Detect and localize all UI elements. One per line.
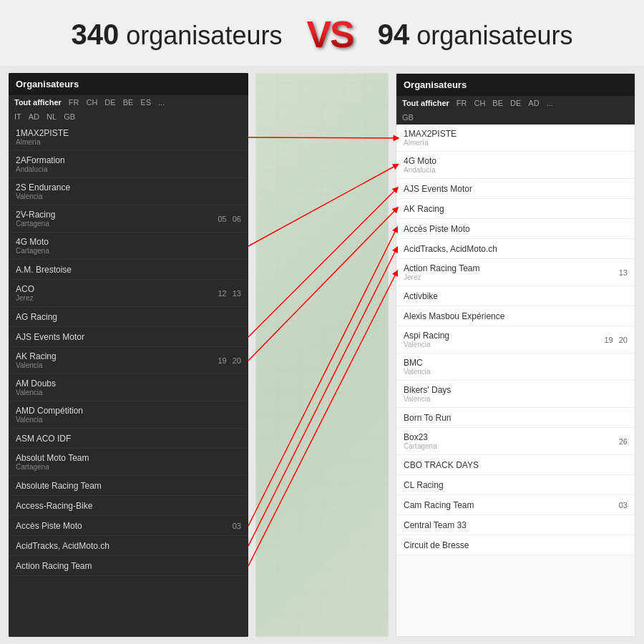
- left-filter-es[interactable]: ES: [140, 98, 151, 107]
- left-list-item[interactable]: Accès Piste Moto03: [9, 516, 248, 536]
- left-list-item[interactable]: 1MAX2PISTEAlmería: [9, 124, 248, 151]
- left-list-item[interactable]: AMD CompétitionValencia: [9, 401, 248, 429]
- left-item-name-0: 1MAX2PISTEAlmería: [16, 128, 241, 146]
- right-list-item[interactable]: AK Racing: [396, 199, 635, 219]
- right-item-name-7: Activbike: [404, 291, 628, 301]
- right-list-item[interactable]: Activbike: [396, 286, 635, 306]
- right-list-item[interactable]: Box23Cartagena26: [396, 428, 635, 455]
- left-filter-fr[interactable]: FR: [69, 98, 79, 107]
- right-filter-...[interactable]: ...: [547, 99, 553, 107]
- left-list-item[interactable]: 4G MotoCartagena: [9, 233, 248, 260]
- left-list-item[interactable]: AJS Events Motor: [9, 327, 248, 347]
- right-list-item[interactable]: Bikers' DaysValencia: [396, 381, 635, 408]
- left-filter-it[interactable]: IT: [14, 112, 21, 121]
- left-filter-nl[interactable]: NL: [47, 112, 57, 121]
- right-filter-de[interactable]: DE: [510, 99, 521, 107]
- left-item-name-18: Action Racing Team: [16, 561, 241, 571]
- left-item-num2: 06: [233, 215, 241, 223]
- left-filter-row2: ITADNLGB: [9, 109, 248, 124]
- right-filter-ad[interactable]: AD: [528, 99, 539, 107]
- left-list-item[interactable]: AM DoubsValencia: [9, 374, 248, 401]
- right-item-sub: Jerez: [404, 273, 619, 281]
- left-list-item[interactable]: 2S EnduranceValencia: [9, 178, 248, 205]
- left-item-sub: Valencia: [16, 361, 218, 369]
- right-list-item[interactable]: 4G MotoAndalucía: [396, 152, 635, 179]
- right-count-number: 94: [378, 19, 410, 50]
- map-background: [255, 73, 389, 637]
- left-list-item[interactable]: AG Racing: [9, 307, 248, 327]
- left-filter-...[interactable]: ...: [158, 98, 165, 107]
- right-list-item[interactable]: BMCValencia: [396, 353, 635, 381]
- left-item-num1: 03: [233, 522, 241, 530]
- right-item-name-6: Action Racing TeamJerez: [404, 263, 619, 281]
- right-list-item[interactable]: AJS Events Motor: [396, 179, 635, 199]
- left-count-text: organisateurs: [126, 21, 282, 50]
- left-item-name-9: AK RacingValencia: [16, 351, 218, 369]
- right-filter-row1: Tout afficherFRCHBEDEAD...: [396, 96, 635, 110]
- left-filter-be[interactable]: BE: [123, 98, 134, 107]
- left-list-item[interactable]: AcidTracks, AcidMoto.ch: [9, 536, 248, 556]
- right-filter-ch[interactable]: CH: [474, 99, 485, 107]
- left-item-num1: 05: [218, 215, 227, 223]
- right-items-list[interactable]: 1MAX2PISTEAlmería4G MotoAndalucíaAJS Eve…: [396, 125, 635, 636]
- left-item-name-7: AG Racing: [16, 312, 241, 322]
- left-filter-gb[interactable]: GB: [64, 112, 75, 121]
- right-item-numbers: 26: [619, 437, 628, 446]
- left-item-name-5: A.M. Brestoise: [16, 265, 241, 275]
- left-item-name-4: 4G MotoCartagena: [16, 237, 241, 255]
- right-item-sub: Valencia: [404, 395, 628, 403]
- right-filter-tout-afficher[interactable]: Tout afficher: [402, 99, 449, 107]
- left-filter-row1: Tout afficherFRCHDEBEES...: [9, 95, 248, 109]
- right-list-item[interactable]: CBO TRACK DAYS: [396, 455, 635, 475]
- left-item-name-12: ASM ACO IDF: [16, 434, 241, 444]
- right-list-item[interactable]: Born To Run: [396, 408, 635, 428]
- right-filter-be[interactable]: BE: [492, 99, 503, 107]
- left-list-item[interactable]: AK RacingValencia1920: [9, 347, 248, 374]
- content-area: Organisateurs Tout afficherFRCHDEBEES...…: [0, 66, 644, 644]
- left-item-numbers: 0506: [218, 215, 242, 223]
- right-list-item[interactable]: AcidTracks, AcidMoto.ch: [396, 239, 635, 259]
- left-filter-tout-afficher[interactable]: Tout afficher: [14, 98, 62, 107]
- right-list-item[interactable]: 1MAX2PISTEAlmería: [396, 125, 635, 152]
- right-list-item[interactable]: Circuit de Bresse: [396, 535, 635, 555]
- right-item-num1: 03: [619, 501, 628, 509]
- right-item-num2: 20: [619, 336, 628, 344]
- left-list-item[interactable]: Absolute Racing Team: [9, 476, 248, 496]
- right-list-item[interactable]: Action Racing TeamJerez13: [396, 259, 635, 286]
- right-list-item[interactable]: Central Team 33: [396, 515, 635, 535]
- right-filter-gb[interactable]: GB: [402, 113, 414, 122]
- left-list-item[interactable]: Action Racing Team: [9, 556, 248, 576]
- left-list-item[interactable]: 2AFormationAndalucía: [9, 151, 248, 178]
- right-item-name-14: CBO TRACK DAYS: [404, 460, 628, 470]
- left-list-item[interactable]: A.M. Brestoise: [9, 260, 248, 280]
- left-filter-ad[interactable]: AD: [29, 112, 39, 121]
- left-list-item[interactable]: ACOJerez1213: [9, 280, 248, 307]
- right-item-numbers: 1920: [605, 336, 628, 344]
- right-item-name-17: Central Team 33: [404, 520, 628, 530]
- right-filter-fr[interactable]: FR: [457, 99, 467, 107]
- right-list-item[interactable]: Accès Piste Moto: [396, 219, 635, 239]
- left-list-item[interactable]: 2V-RacingCartagena0506: [9, 205, 248, 233]
- right-count-text: organisateurs: [416, 21, 572, 50]
- left-item-name-15: Access-Racing-Bike: [16, 501, 241, 511]
- right-item-sub: Andalucía: [404, 166, 628, 174]
- left-items-list[interactable]: 1MAX2PISTEAlmería2AFormationAndalucía2S …: [9, 124, 248, 637]
- left-list-item[interactable]: ASM ACO IDF: [9, 429, 248, 449]
- right-item-num1: 19: [605, 336, 613, 344]
- left-list-item[interactable]: Access-Racing-Bike: [9, 496, 248, 516]
- right-item-name-4: Accès Piste Moto: [404, 224, 628, 234]
- right-item-sub: Valencia: [404, 341, 605, 348]
- left-count-label: 340 organisateurs: [72, 19, 283, 51]
- right-list-item[interactable]: Alexis Masbou Expérience: [396, 306, 635, 326]
- right-list-item[interactable]: Cam Racing Team03: [396, 495, 635, 515]
- right-list-item[interactable]: Aspi RacingValencia1920: [396, 326, 635, 353]
- middle-map: [255, 73, 389, 637]
- left-panel: Organisateurs Tout afficherFRCHDEBEES...…: [9, 73, 248, 637]
- right-count-label: 94 organisateurs: [378, 19, 573, 51]
- right-panel: Organisateurs Tout afficherFRCHBEDEAD...…: [396, 73, 635, 637]
- left-filter-ch[interactable]: CH: [86, 98, 97, 107]
- header: 340 organisateurs VS 94 organisateurs: [0, 0, 644, 66]
- right-list-item[interactable]: CL Racing: [396, 475, 635, 495]
- left-list-item[interactable]: Absolut Moto TeamCartagena: [9, 449, 248, 476]
- left-filter-de[interactable]: DE: [104, 98, 115, 107]
